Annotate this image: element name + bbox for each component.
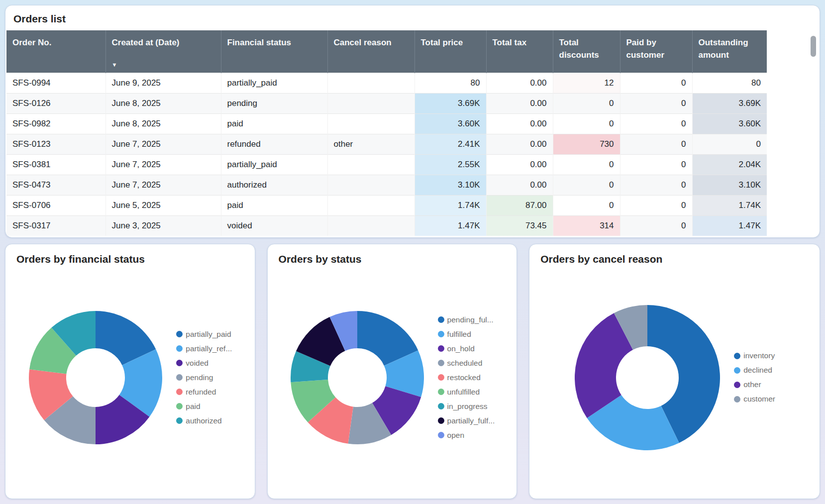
table-cell-created_at: June 7, 2025 bbox=[105, 154, 221, 175]
legend-item-fulfilled[interactable]: fulfilled bbox=[438, 327, 495, 341]
table-cell-total_tax: 0.00 bbox=[486, 175, 553, 195]
chart-card-financial-status: Orders by financial status partially_pai… bbox=[5, 244, 255, 499]
orders-list-card: Orders list Order No.Created at (Date)▼F… bbox=[5, 5, 820, 238]
column-header[interactable]: Outstanding amount bbox=[692, 30, 767, 73]
legend-item-open[interactable]: open bbox=[438, 428, 495, 442]
table-cell-created_at: June 7, 2025 bbox=[105, 175, 221, 195]
table-cell-outstanding: 2.04K bbox=[692, 154, 767, 175]
column-header[interactable]: Total price bbox=[414, 30, 486, 73]
column-header[interactable]: Total discounts bbox=[553, 30, 620, 73]
column-header-label: Outstanding amount bbox=[699, 38, 748, 60]
legend-label: fulfilled bbox=[447, 330, 471, 339]
legend-item-in_progress[interactable]: in_progress bbox=[438, 399, 495, 413]
legend-item-on_hold[interactable]: on_hold bbox=[438, 341, 495, 356]
table-cell-order_no: SFS-0381 bbox=[6, 154, 105, 175]
table-cell-order_no: SFS-0982 bbox=[6, 113, 105, 134]
table-row[interactable]: SFS-0123June 7, 2025refundedother2.41K0.… bbox=[6, 134, 767, 154]
legend-marker-icon bbox=[176, 360, 183, 366]
table-cell-order_no: SFS-0317 bbox=[6, 215, 105, 236]
table-cell-cancel_reason: other bbox=[327, 134, 414, 154]
table-cell-paid_by_customer: 0 bbox=[620, 154, 692, 175]
legend-marker-icon bbox=[438, 331, 444, 337]
table-row[interactable]: SFS-0706June 5, 2025paid1.74K87.00001.74… bbox=[6, 195, 767, 215]
column-header[interactable]: Total tax bbox=[486, 30, 553, 73]
table-cell-created_at: June 9, 2025 bbox=[105, 73, 221, 93]
legend-item-partially_ref[interactable]: partially_ref... bbox=[176, 341, 232, 356]
legend-item-unfulfilled[interactable]: unfulfilled bbox=[438, 385, 495, 399]
column-header[interactable]: Financial status bbox=[221, 30, 327, 73]
column-header-label: Created at (Date) bbox=[112, 38, 180, 47]
legend-label: unfulfilled bbox=[447, 388, 480, 397]
legend-label: declined bbox=[743, 366, 772, 375]
legend-marker-icon bbox=[176, 417, 183, 424]
legend-marker-icon bbox=[438, 403, 444, 409]
legend-item-restocked[interactable]: restocked bbox=[438, 370, 495, 385]
chart-title: Orders by cancel reason bbox=[540, 253, 809, 265]
legend-label: partially_fulf... bbox=[447, 416, 495, 425]
table-row[interactable]: SFS-0982June 8, 2025paid3.60K0.00003.60K bbox=[6, 113, 767, 134]
table-cell-financial_status: authorized bbox=[221, 175, 327, 195]
legend-item-other[interactable]: other bbox=[734, 378, 775, 392]
column-header[interactable]: Order No. bbox=[6, 30, 105, 73]
table-cell-outstanding: 3.10K bbox=[692, 175, 767, 195]
legend-label: pending_ful... bbox=[447, 315, 494, 324]
legend-label: on_hold bbox=[447, 344, 475, 353]
sort-descending-icon: ▼ bbox=[112, 62, 117, 68]
chart-legend: pending_ful...fulfilledon_holdscheduledr… bbox=[438, 312, 495, 442]
legend-item-scheduled[interactable]: scheduled bbox=[438, 356, 495, 370]
table-cell-cancel_reason bbox=[327, 175, 414, 195]
legend-marker-icon bbox=[438, 360, 444, 366]
table-cell-total_tax: 87.00 bbox=[486, 195, 553, 215]
table-cell-cancel_reason bbox=[327, 154, 414, 175]
legend-item-authorized[interactable]: authorized bbox=[176, 413, 232, 428]
legend-item-pending_ful[interactable]: pending_ful... bbox=[438, 312, 495, 327]
column-header[interactable]: Cancel reason bbox=[327, 30, 414, 73]
column-header[interactable]: Created at (Date)▼ bbox=[105, 30, 221, 73]
table-cell-total_price: 1.74K bbox=[414, 195, 486, 215]
legend-item-partially_paid[interactable]: partially_paid bbox=[176, 327, 232, 341]
table-row[interactable]: SFS-0126June 8, 2025pending3.69K0.00003.… bbox=[6, 93, 767, 113]
legend-item-partially_fulf[interactable]: partially_fulf... bbox=[438, 413, 495, 428]
table-cell-total_price: 80 bbox=[414, 73, 486, 93]
donut-chart bbox=[28, 310, 163, 445]
column-header-label: Paid by customer bbox=[626, 38, 665, 60]
legend-item-declined[interactable]: declined bbox=[734, 363, 775, 378]
legend-marker-icon bbox=[176, 403, 183, 409]
legend-item-pending[interactable]: pending bbox=[176, 370, 232, 385]
table-cell-paid_by_customer: 0 bbox=[620, 215, 692, 236]
legend-marker-icon bbox=[734, 353, 740, 359]
legend-marker-icon bbox=[176, 374, 183, 381]
legend-item-voided[interactable]: voided bbox=[176, 356, 232, 370]
column-header[interactable]: Paid by customer bbox=[620, 30, 692, 73]
table-scrollbar-thumb[interactable] bbox=[811, 36, 816, 57]
legend-label: pending bbox=[186, 373, 213, 382]
legend-item-customer[interactable]: customer bbox=[734, 392, 775, 406]
legend-item-inventory[interactable]: inventory bbox=[734, 349, 775, 363]
table-cell-financial_status: partially_paid bbox=[221, 73, 327, 93]
table-cell-paid_by_customer: 0 bbox=[620, 175, 692, 195]
table-row[interactable]: SFS-0317June 3, 2025voided1.47K73.453140… bbox=[6, 215, 767, 236]
table-row[interactable]: SFS-0381June 7, 2025partially_paid2.55K0… bbox=[6, 154, 767, 175]
legend-marker-icon bbox=[438, 432, 444, 438]
table-cell-paid_by_customer: 0 bbox=[620, 113, 692, 134]
donut-chart bbox=[574, 304, 721, 451]
table-scrollbar[interactable] bbox=[811, 33, 817, 236]
legend-marker-icon bbox=[734, 396, 740, 403]
column-header-label: Total price bbox=[421, 38, 463, 47]
legend-marker-icon bbox=[176, 331, 183, 337]
legend-label: restocked bbox=[447, 373, 481, 382]
legend-item-paid[interactable]: paid bbox=[176, 399, 232, 413]
table-cell-paid_by_customer: 0 bbox=[620, 134, 692, 154]
chart-card-status: Orders by status pending_ful...fulfilled… bbox=[267, 244, 517, 499]
table-cell-total_discounts: 314 bbox=[553, 215, 620, 236]
legend-item-refunded[interactable]: refunded bbox=[176, 385, 232, 399]
table-cell-total_discounts: 0 bbox=[553, 154, 620, 175]
table-row[interactable]: SFS-0473June 7, 2025authorized3.10K0.000… bbox=[6, 175, 767, 195]
table-cell-outstanding: 1.74K bbox=[692, 195, 767, 215]
table-row[interactable]: SFS-0994June 9, 2025partially_paid800.00… bbox=[6, 73, 767, 93]
legend-label: in_progress bbox=[447, 402, 488, 411]
table-cell-total_discounts: 0 bbox=[553, 175, 620, 195]
table-cell-total_tax: 0.00 bbox=[486, 113, 553, 134]
legend-label: paid bbox=[186, 402, 200, 411]
charts-row: Orders by financial status partially_pai… bbox=[5, 244, 820, 499]
